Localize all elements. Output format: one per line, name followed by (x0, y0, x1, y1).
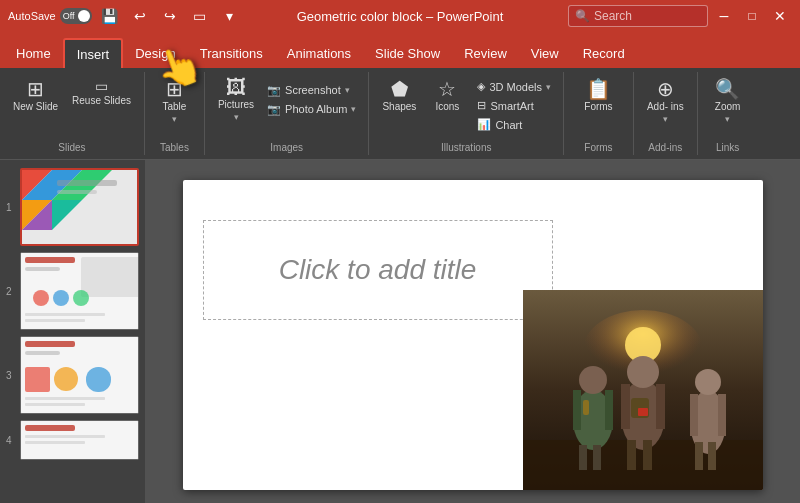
tab-design[interactable]: Design (123, 38, 187, 68)
tab-record[interactable]: Record (571, 38, 637, 68)
slide-canvas[interactable]: Click to add title (183, 180, 763, 490)
screenshot-label: Screenshot (285, 84, 341, 96)
autosave-label: AutoSave (8, 10, 56, 22)
svg-rect-29 (25, 441, 85, 444)
new-slide-button[interactable]: ⊞ New Slide (8, 76, 63, 115)
svg-rect-17 (25, 319, 85, 322)
slide-number-1: 1 (6, 202, 16, 213)
svg-rect-28 (25, 435, 105, 438)
forms-label: Forms (584, 101, 612, 112)
tab-review[interactable]: Review (452, 38, 519, 68)
slide-number-2: 2 (6, 286, 16, 297)
reuse-slides-button[interactable]: ▭ Reuse Slides (67, 76, 136, 109)
svg-rect-27 (25, 425, 75, 431)
slide-thumb-wrapper-3: 3 (6, 336, 139, 414)
screenshot-icon: 📷 (267, 84, 281, 97)
pictures-icon: 🖼 (226, 77, 246, 97)
chart-button[interactable]: 📊 Chart (473, 116, 555, 133)
slide-thumb-4[interactable] (20, 420, 139, 460)
tab-slideshow[interactable]: Slide Show (363, 38, 452, 68)
ribbon-tabs: Home Insert Design Transitions Animation… (0, 32, 800, 68)
table-icon: ⊞ (166, 79, 183, 99)
svg-rect-49 (718, 394, 726, 436)
slide-thumb-wrapper-1: 1 (6, 168, 139, 246)
slide-thumb-1[interactable] (20, 168, 139, 246)
images-group-items: 🖼 Pictures ▾ 📷 Screenshot ▾ 📷 Photo Albu… (213, 72, 361, 142)
minimize-button[interactable]: – (712, 4, 736, 28)
title-bar: AutoSave Off 💾 ↩ ↪ ▭ ▾ Geometric color b… (0, 0, 800, 32)
table-button[interactable]: ⊞ Table ▾ (154, 76, 194, 127)
forms-group-items: 📋 Forms (578, 72, 618, 142)
svg-rect-24 (25, 397, 105, 400)
search-icon: 🔍 (575, 9, 590, 23)
svg-rect-43 (656, 384, 665, 429)
canvas-area: Click to add title (145, 160, 800, 503)
tab-animations[interactable]: Animations (275, 38, 363, 68)
slide-title-placeholder[interactable]: Click to add title (203, 220, 553, 320)
svg-point-22 (54, 367, 78, 391)
new-slide-icon: ⊞ (27, 79, 44, 99)
svg-rect-25 (25, 403, 85, 406)
close-button[interactable]: ✕ (768, 4, 792, 28)
zoom-group-label: Links (716, 142, 739, 155)
search-box[interactable]: 🔍 (568, 5, 708, 27)
ribbon-group-illustrations: ⬟ Shapes ☆ Icons ◈ 3D Models ▾ ⊟ SmartAr… (369, 72, 564, 155)
redo-button[interactable]: ↪ (158, 4, 182, 28)
svg-rect-42 (621, 384, 630, 429)
tab-insert[interactable]: Insert (63, 38, 124, 68)
tab-home[interactable]: Home (4, 38, 63, 68)
zoom-button[interactable]: 🔍 Zoom ▾ (708, 76, 748, 127)
maximize-button[interactable]: □ (740, 4, 764, 28)
svg-rect-51 (708, 442, 716, 470)
svg-rect-12 (81, 257, 139, 297)
svg-rect-8 (57, 190, 97, 194)
ribbon-group-zoom: 🔍 Zoom ▾ Links (698, 72, 758, 155)
slide-thumb-2[interactable] (20, 252, 139, 330)
smartart-button[interactable]: ⊟ SmartArt (473, 97, 555, 114)
screenshot-button[interactable]: 📷 Screenshot ▾ (263, 82, 360, 99)
svg-point-35 (579, 366, 607, 394)
title-bar-left: AutoSave Off 💾 ↩ ↪ ▭ ▾ (8, 4, 242, 28)
svg-rect-45 (643, 440, 652, 470)
slide-thumb-3[interactable] (20, 336, 139, 414)
svg-rect-52 (583, 400, 589, 415)
undo-button[interactable]: ↩ (128, 4, 152, 28)
search-input[interactable] (594, 9, 704, 23)
icons-button[interactable]: ☆ Icons (427, 76, 467, 115)
slides-panel: 1 2 (0, 160, 145, 503)
characters-svg (523, 290, 763, 490)
addins-icon: ⊕ (657, 79, 674, 99)
pictures-button[interactable]: 🖼 Pictures ▾ (213, 74, 259, 125)
main-area: 1 2 (0, 160, 800, 503)
window-title: Geometric color block – PowerPoint (297, 9, 504, 24)
reuse-slides-label: Reuse Slides (72, 95, 131, 106)
present-button[interactable]: ▭ (188, 4, 212, 28)
svg-rect-19 (25, 341, 75, 347)
save-button[interactable]: 💾 (98, 4, 122, 28)
forms-button[interactable]: 📋 Forms (578, 76, 618, 115)
icons-label: Icons (435, 101, 459, 112)
tab-transitions[interactable]: Transitions (188, 38, 275, 68)
slide-thumb-1-svg (22, 170, 139, 246)
smartart-icon: ⊟ (477, 99, 486, 112)
photo-album-button[interactable]: 📷 Photo Album ▾ (263, 101, 360, 118)
tab-view[interactable]: View (519, 38, 571, 68)
svg-point-13 (33, 290, 49, 306)
svg-point-41 (627, 356, 659, 388)
svg-rect-11 (25, 267, 60, 271)
addins-label: Add- ins (647, 101, 684, 112)
svg-rect-44 (627, 440, 636, 470)
ribbon-group-forms: 📋 Forms Forms (564, 72, 634, 155)
slide-thumb-4-svg (21, 421, 139, 460)
autosave-toggle[interactable]: AutoSave Off (8, 8, 92, 24)
addins-button[interactable]: ⊕ Add- ins ▾ (642, 76, 689, 127)
table-label: Table (163, 101, 187, 112)
slide-thumb-wrapper-2: 2 (6, 252, 139, 330)
customize-button[interactable]: ▾ (218, 4, 242, 28)
models-3d-button[interactable]: ◈ 3D Models ▾ (473, 78, 555, 95)
autosave-pill[interactable]: Off (60, 8, 92, 24)
svg-point-14 (53, 290, 69, 306)
shapes-button[interactable]: ⬟ Shapes (377, 76, 421, 115)
shapes-icon: ⬟ (391, 79, 408, 99)
svg-point-47 (695, 369, 721, 395)
